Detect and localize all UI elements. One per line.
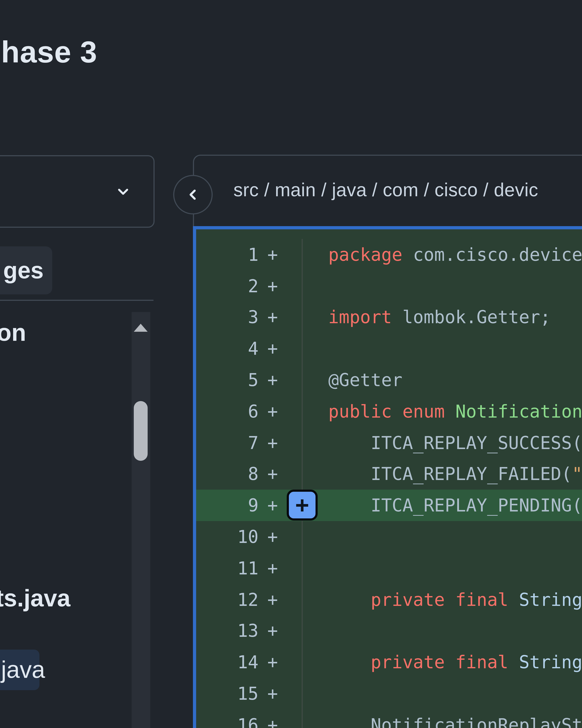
diff-line-14: 14+ private final String — [196, 647, 582, 678]
diff-line-9: 9+ ITCA_REPLAY_PENDING("+ — [196, 490, 582, 521]
line-number: 3 — [196, 307, 258, 328]
add-comment-button[interactable]: + — [287, 490, 317, 521]
diff-line-7: 7+ ITCA_REPLAY_SUCCESS(" — [196, 427, 582, 458]
addition-marker: + — [264, 526, 281, 547]
code-text: ITCA_REPLAY_PENDING(" — [303, 495, 582, 516]
addition-marker: + — [264, 276, 281, 296]
diff-gutter: 7+ — [196, 427, 303, 458]
line-number: 5 — [196, 370, 258, 390]
line-number: 10 — [196, 526, 258, 547]
diff-line-3: 3+import lombok.Getter; — [196, 302, 582, 333]
addition-marker: + — [264, 589, 281, 610]
page-title: hase 3 — [1, 34, 97, 69]
diff-line-12: 12+ private final String — [196, 584, 582, 615]
diff-gutter: 5+ — [196, 364, 303, 396]
breadcrumb[interactable]: src / main / java / com / cisco / devic — [233, 179, 538, 201]
collapse-file-tree-button[interactable] — [173, 175, 213, 214]
code-text: import lombok.Getter; — [303, 307, 551, 328]
code-text: private final String — [303, 652, 582, 673]
line-number: 7 — [196, 432, 258, 453]
code-text: private final String — [303, 589, 582, 610]
line-number: 6 — [196, 401, 258, 422]
changes-button-label: ges — [0, 257, 44, 284]
addition-marker: + — [264, 338, 281, 359]
line-number: 16 — [196, 715, 258, 728]
pr-files-changed-page: hase 3 ges on ts.java java sr — [0, 0, 582, 728]
addition-marker: + — [264, 464, 281, 485]
code-text: ITCA_REPLAY_SUCCESS(" — [303, 432, 582, 453]
diff-line-5: 5+@Getter — [196, 364, 582, 396]
addition-marker: + — [264, 244, 281, 265]
diff-line-11: 11+ — [196, 552, 582, 584]
line-number: 12 — [196, 589, 258, 610]
addition-marker: + — [264, 715, 281, 728]
addition-marker: + — [264, 495, 281, 516]
scroll-up-arrow-icon[interactable] — [134, 324, 148, 332]
diff-rows: 1+package com.cisco.devicem2+3+import lo… — [196, 229, 582, 728]
diff-gutter: 14+ — [196, 647, 303, 678]
addition-marker: + — [264, 370, 281, 390]
chevron-down-icon — [116, 185, 130, 199]
diff-line-16: 16+ NotificationReplaySt — [196, 709, 582, 728]
code-text: package com.cisco.devicem — [303, 244, 582, 265]
addition-marker: + — [264, 307, 281, 328]
line-number: 15 — [196, 683, 258, 704]
diff-line-6: 6+public enum NotificationR — [196, 396, 582, 427]
line-number: 2 — [196, 276, 258, 296]
line-number: 1 — [196, 244, 258, 265]
tree-item-file[interactable]: ts.java — [0, 584, 71, 612]
diff-gutter: 4+ — [196, 333, 303, 364]
diff-gutter: 8+ — [196, 459, 303, 490]
diff-line-4: 4+ — [196, 333, 582, 364]
diff-gutter: 3+ — [196, 302, 303, 333]
line-number: 11 — [196, 558, 258, 579]
addition-marker: + — [264, 558, 281, 579]
file-header: src / main / java / com / cisco / devic — [193, 155, 582, 227]
diff-gutter: 6+ — [196, 396, 303, 427]
diff-code-panel: 1+package com.cisco.devicem2+3+import lo… — [193, 226, 582, 728]
diff-line-2: 2+ — [196, 270, 582, 302]
diff-gutter: 12+ — [196, 584, 303, 615]
diff-line-8: 8+ ITCA_REPLAY_FAILED("n — [196, 459, 582, 490]
diff-gutter: 13+ — [196, 615, 303, 647]
line-number: 9 — [196, 495, 258, 516]
addition-marker: + — [264, 683, 281, 704]
line-number: 13 — [196, 620, 258, 641]
diff-line-15: 15+ — [196, 678, 582, 709]
line-number: 8 — [196, 464, 258, 485]
code-text: @Getter — [303, 370, 403, 390]
diff-gutter: 2+ — [196, 270, 303, 302]
addition-marker: + — [264, 620, 281, 641]
line-number: 4 — [196, 338, 258, 359]
addition-marker: + — [264, 432, 281, 453]
chevron-left-icon — [186, 188, 200, 202]
tree-folder-label[interactable]: on — [0, 319, 26, 347]
file-tree-scrollbar[interactable] — [132, 312, 150, 728]
diff-line-10: 10+ — [196, 521, 582, 552]
addition-marker: + — [264, 652, 281, 673]
tree-item-selected-label: java — [0, 656, 45, 684]
sidebar-dropdown[interactable] — [0, 155, 155, 228]
diff-line-1: 1+package com.cisco.devicem — [196, 239, 582, 270]
sidebar-divider — [0, 300, 154, 301]
code-text: ITCA_REPLAY_FAILED("n — [303, 464, 582, 485]
code-text: public enum NotificationR — [303, 401, 582, 422]
diff-line-13: 13+ — [196, 615, 582, 647]
code-text: NotificationReplaySt — [303, 715, 582, 728]
diff-gutter: 10+ — [196, 521, 303, 552]
tree-item-selected-file[interactable]: java — [0, 650, 39, 690]
diff-gutter: 15+ — [196, 678, 303, 709]
changes-button[interactable]: ges — [0, 246, 52, 294]
scrollbar-thumb[interactable] — [134, 401, 148, 461]
line-number: 14 — [196, 652, 258, 673]
addition-marker: + — [264, 401, 281, 422]
diff-gutter: 1+ — [196, 239, 303, 270]
diff-gutter: 16+ — [196, 709, 303, 728]
diff-gutter: 11+ — [196, 552, 303, 584]
